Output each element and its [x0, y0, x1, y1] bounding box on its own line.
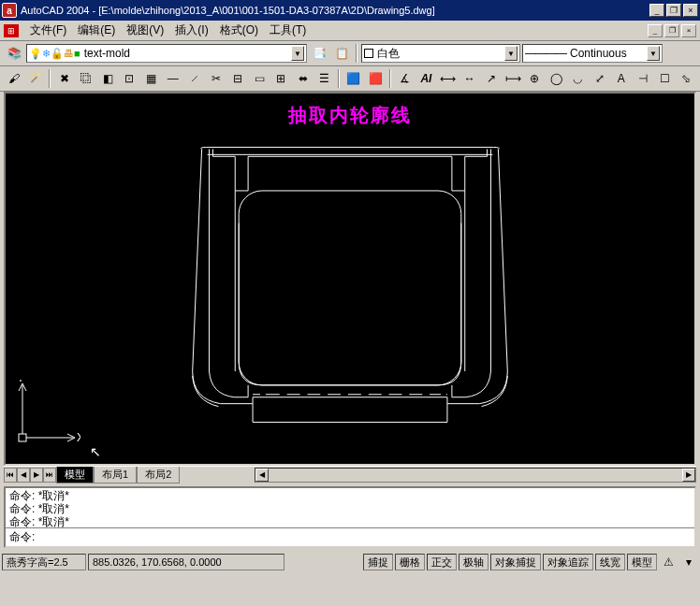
layer-states-button[interactable]: 📋	[331, 43, 352, 64]
menu-file[interactable]: 文件(F)	[24, 21, 72, 40]
ucs-icon: Y X	[15, 380, 80, 445]
layout-tab-bar: ⏮ ◀ ▶ ⏭ 模型 布局1 布局2 ◀ ▶	[4, 466, 696, 483]
toggle-snap[interactable]: 捕捉	[363, 554, 393, 570]
tool-center[interactable]: ⊕	[525, 68, 545, 89]
status-left: 燕秀字高=2.5	[2, 554, 86, 570]
toggle-polar[interactable]: 极轴	[459, 554, 489, 570]
toggle-osnap[interactable]: 对象捕捉	[490, 554, 541, 570]
toggle-model[interactable]: 模型	[627, 554, 657, 570]
tool-text2[interactable]: A	[611, 68, 631, 89]
tool-erase[interactable]: ✖	[54, 68, 74, 89]
tool-circle[interactable]: ◯	[547, 68, 566, 89]
cmd-line: 命令: *取消*	[9, 489, 691, 502]
toggle-otrack[interactable]: 对象追踪	[543, 554, 593, 570]
tool-arrow[interactable]: ⤢	[590, 68, 609, 89]
tool-dim2[interactable]: ⊣	[633, 68, 652, 89]
tool-color2[interactable]: 🟥	[366, 68, 386, 89]
cmd-line: 命令: *取消*	[9, 515, 691, 527]
status-bar: 燕秀字高=2.5 885.0326, 170.6568, 0.0000 捕捉 栅…	[0, 552, 700, 572]
tab-layout1[interactable]: 布局1	[94, 467, 137, 483]
tool-match[interactable]: 🪄	[25, 68, 45, 89]
dropdown-icon[interactable]: ▼	[647, 46, 660, 61]
hscroll-left[interactable]: ◀	[255, 469, 269, 482]
app-icon: a	[2, 3, 17, 18]
mdi-icon[interactable]: ⊞	[4, 24, 19, 37]
draw-modify-toolbar: 🖌 🪄 ✖ ⿻ ◧ ⊡ ▦ — ⟋ ✂ ⊟ ▭ ⊞ ⬌ ☰ 🟦 🟥 ∡ AI ⟷…	[0, 66, 700, 92]
window-title: AutoCAD 2004 - [E:\molde\zhihong\2013_A\…	[21, 5, 649, 16]
layer-state-icons: 💡❄🔓🖶■	[29, 48, 80, 60]
tab-nav-first[interactable]: ⏮	[4, 468, 17, 483]
command-input-row: 命令:	[6, 527, 694, 546]
menu-bar: ⊞ 文件(F) 编辑(E) 视图(V) 插入(I) 格式(O) 工具(T) _ …	[0, 21, 700, 41]
tool-copy[interactable]: ⿻	[76, 68, 95, 89]
tool-line2[interactable]: ⟋	[184, 68, 204, 89]
linetype-preview: ————	[525, 47, 566, 60]
tool-array[interactable]: ▦	[141, 68, 161, 89]
tab-nav-prev[interactable]: ◀	[17, 468, 30, 483]
color-swatch	[364, 49, 373, 58]
minimize-button[interactable]: _	[649, 4, 664, 17]
drawing-canvas[interactable]: 抽取内轮廓线 Y X ↖	[4, 92, 696, 466]
tool-text[interactable]: AI	[416, 68, 436, 89]
dropdown-icon[interactable]: ▼	[504, 46, 518, 61]
tool-dim-cont[interactable]: ⟼	[503, 68, 522, 89]
layer-prev-button[interactable]: 📑	[309, 43, 329, 64]
status-coords: 885.0326, 170.6568, 0.0000	[88, 554, 284, 570]
toggle-lwt[interactable]: 线宽	[595, 554, 625, 570]
tab-layout2[interactable]: 布局2	[137, 467, 180, 483]
tab-model[interactable]: 模型	[56, 467, 94, 483]
mdi-close-button[interactable]: ×	[681, 24, 696, 37]
toggle-ortho[interactable]: 正交	[427, 554, 457, 570]
command-window: 命令: *取消* 命令: *取消* 命令: *取消* 命令:	[4, 486, 696, 548]
properties-toolbar: 📚 💡❄🔓🖶■ text-mold ▼ 📑 📋 白色 ▼ ———— Contin…	[0, 41, 700, 66]
svg-rect-0	[239, 191, 461, 385]
tool-dim-lin[interactable]: ⟷	[438, 68, 458, 89]
close-button[interactable]: ×	[683, 4, 698, 17]
tool-stretch[interactable]: ⬌	[293, 68, 313, 89]
hscroll-track[interactable]: ◀ ▶	[255, 468, 696, 483]
tool-diag[interactable]: ⬂	[677, 68, 696, 89]
tool-brush[interactable]: 🖌	[4, 68, 23, 89]
tool-offset[interactable]: ⊡	[120, 68, 139, 89]
menu-insert[interactable]: 插入(I)	[169, 21, 213, 40]
layer-manager-button[interactable]: 📚	[4, 43, 24, 64]
tab-nav-last[interactable]: ⏭	[43, 468, 56, 483]
tool-color1[interactable]: 🟦	[343, 68, 363, 89]
menu-format[interactable]: 格式(O)	[214, 21, 264, 40]
tool-align[interactable]: ☰	[314, 68, 334, 89]
linetype-name: Continuous	[570, 47, 627, 60]
tray-menu-icon[interactable]: ▾	[679, 556, 698, 569]
tool-array2[interactable]: ⊞	[271, 68, 291, 89]
menu-edit[interactable]: 编辑(E)	[72, 21, 121, 40]
command-input[interactable]	[35, 529, 691, 545]
tool-arc[interactable]: ◡	[568, 68, 588, 89]
dropdown-icon[interactable]: ▼	[291, 46, 304, 61]
menu-tools[interactable]: 工具(T)	[264, 21, 312, 40]
tool-leader[interactable]: ↗	[481, 68, 501, 89]
tool-mirror[interactable]: ◧	[98, 68, 118, 89]
menu-view[interactable]: 视图(V)	[121, 21, 169, 40]
tool-rect[interactable]: ▭	[250, 68, 270, 89]
mdi-restore-button[interactable]: ❐	[664, 24, 679, 37]
toggle-grid[interactable]: 栅格	[395, 554, 425, 570]
tool-dim-angle[interactable]: ∡	[395, 68, 415, 89]
tool-dim-align[interactable]: ↔	[459, 68, 479, 89]
tool-box[interactable]: ☐	[655, 68, 675, 89]
tool-trim[interactable]: ✂	[206, 68, 226, 89]
linetype-combo[interactable]: ———— Continuous ▼	[522, 44, 663, 63]
mdi-minimize-button[interactable]: _	[648, 24, 663, 37]
svg-text:X: X	[77, 431, 80, 444]
color-combo[interactable]: 白色 ▼	[361, 44, 520, 63]
cursor-icon: ↖	[90, 444, 101, 459]
title-bar: a AutoCAD 2004 - [E:\molde\zhihong\2013_…	[0, 0, 700, 21]
hscroll-right[interactable]: ▶	[682, 469, 695, 482]
restore-button[interactable]: ❐	[666, 4, 681, 17]
cad-drawing	[6, 94, 694, 464]
tool-break[interactable]: ⊟	[228, 68, 248, 89]
layer-combo[interactable]: 💡❄🔓🖶■ text-mold ▼	[26, 44, 307, 63]
command-history: 命令: *取消* 命令: *取消* 命令: *取消*	[6, 488, 694, 527]
tray-icon[interactable]: ⚠	[659, 556, 678, 569]
tool-line1[interactable]: —	[163, 68, 182, 89]
tab-nav-next[interactable]: ▶	[30, 468, 43, 483]
layer-name: text-mold	[84, 47, 130, 60]
